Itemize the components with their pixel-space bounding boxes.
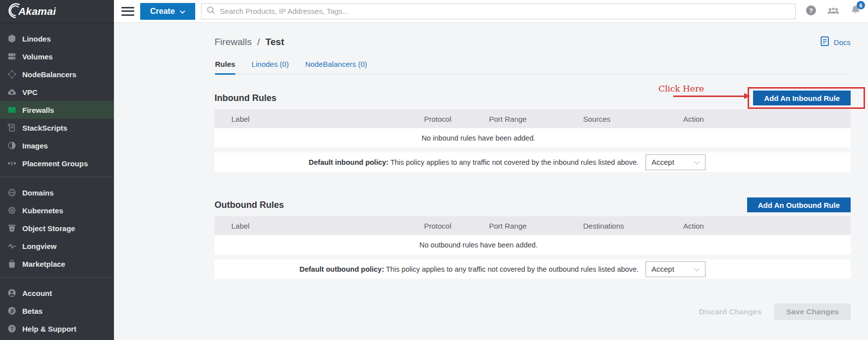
sidebar-item-nodebalancers[interactable]: NodeBalancers — [0, 65, 114, 83]
sidebar-divider — [0, 277, 114, 278]
outbound-table-header: Label Protocol Port Range Destinations A… — [215, 216, 851, 235]
object-storage-icon — [7, 223, 17, 233]
search-box — [201, 3, 796, 19]
help-circle-icon: ? — [7, 324, 17, 334]
tab-nodebalancers[interactable]: NodeBalancers (0) — [305, 57, 367, 75]
images-icon — [7, 141, 17, 150]
column-protocol: Protocol — [424, 115, 489, 123]
column-destinations: Destinations — [583, 222, 683, 230]
volumes-icon — [7, 51, 17, 61]
column-action: Action — [683, 222, 851, 230]
svg-text:?: ? — [809, 7, 813, 14]
logo-text: Akamai — [18, 5, 56, 17]
placement-groups-icon — [7, 158, 17, 168]
sidebar-item-kubernetes[interactable]: Kubernetes — [0, 201, 114, 219]
click-here-annotation: Click Here — [655, 84, 751, 97]
kubernetes-icon — [7, 205, 17, 215]
community-icon — [827, 5, 840, 17]
longview-icon — [7, 241, 17, 251]
sidebar-nav: Linodes Volumes NodeBalancers VPC Firewa… — [0, 23, 114, 338]
main-area: Create ? 6 — [114, 0, 868, 340]
account-icon — [7, 288, 17, 298]
inbound-policy-select[interactable]: Accept — [646, 154, 705, 170]
sidebar-item-account[interactable]: Account — [0, 284, 114, 302]
footer-actions: Discard Changes Save Changes — [215, 303, 851, 340]
sidebar-item-volumes[interactable]: Volumes — [0, 48, 114, 65]
notification-badge: 6 — [857, 1, 865, 9]
create-button-label: Create — [150, 7, 175, 16]
menu-toggle-button[interactable] — [121, 7, 134, 16]
add-outbound-rule-button[interactable]: Add An Outbound Rule — [747, 197, 851, 212]
column-sources: Sources — [583, 115, 683, 123]
column-port-range: Port Range — [489, 222, 583, 230]
tab-bar: Rules Linodes (0) NodeBalancers (0) — [215, 57, 851, 75]
tab-rules[interactable]: Rules — [215, 57, 235, 75]
stackscripts-icon — [7, 123, 17, 133]
breadcrumb: Firewalls / Test — [215, 37, 284, 48]
column-label: Label — [215, 115, 424, 123]
sidebar-item-stackscripts[interactable]: StackScripts — [0, 119, 114, 137]
akamai-logo[interactable]: Akamai — [0, 0, 114, 23]
docs-link[interactable]: Docs — [820, 36, 851, 48]
notifications-button[interactable]: 6 — [850, 4, 861, 18]
outbound-empty-row: No outbound rules have been added. — [215, 235, 851, 254]
sidebar-item-help-support[interactable]: ? Help & Support — [0, 320, 114, 338]
annotation-highlight-box: Add An Inbound Rule — [748, 87, 865, 109]
sidebar-item-domains[interactable]: Domains — [0, 184, 114, 201]
firewall-icon — [7, 105, 17, 115]
vpc-icon — [7, 87, 17, 97]
sidebar-item-longview[interactable]: Longview — [0, 237, 114, 255]
sidebar-item-firewalls[interactable]: Firewalls — [0, 101, 114, 119]
breadcrumb-firewalls-link[interactable]: Firewalls — [215, 37, 252, 47]
help-button[interactable]: ? — [806, 5, 816, 17]
inbound-policy-value: Accept — [651, 158, 674, 166]
inbound-rules-heading: Inbound Rules — [215, 93, 276, 103]
inbound-table-header: Label Protocol Port Range Sources Action — [215, 109, 851, 128]
breadcrumb-separator: / — [257, 37, 260, 47]
column-port-range: Port Range — [489, 115, 583, 123]
sidebar-item-images[interactable]: Images — [0, 137, 114, 154]
outbound-rules-table: Label Protocol Port Range Destinations A… — [215, 216, 851, 279]
outbound-policy-select[interactable]: Accept — [646, 261, 705, 277]
app-root: Akamai Linodes Volumes NodeBalancers — [0, 0, 868, 340]
create-button[interactable]: Create — [140, 3, 195, 20]
tab-linodes[interactable]: Linodes (0) — [252, 57, 289, 75]
inbound-rules-table: Label Protocol Port Range Sources Action… — [215, 109, 851, 172]
chevron-down-icon — [694, 265, 700, 273]
community-button[interactable] — [827, 5, 840, 17]
docs-label: Docs — [834, 38, 851, 47]
help-icon: ? — [806, 5, 816, 17]
inbound-rules-section: Inbound Rules Click Here Add An Inbound … — [215, 87, 851, 172]
outbound-policy-value: Accept — [651, 265, 674, 273]
sidebar-item-vpc[interactable]: VPC — [0, 83, 114, 101]
topbar-icons: ? 6 — [802, 4, 861, 18]
column-action: Action — [683, 115, 851, 123]
discard-changes-button[interactable]: Discard Changes — [697, 307, 763, 316]
sidebar-divider — [0, 177, 114, 177]
sidebar-item-placement-groups[interactable]: Placement Groups — [0, 154, 114, 172]
save-changes-button[interactable]: Save Changes — [774, 303, 851, 320]
annotation-arrow-icon — [673, 96, 745, 97]
add-inbound-rule-button[interactable]: Add An Inbound Rule — [753, 91, 851, 105]
outbound-rules-heading: Outbound Rules — [215, 200, 284, 210]
click-here-label: Click Here — [655, 84, 707, 94]
docs-icon — [820, 36, 830, 48]
column-protocol: Protocol — [424, 222, 489, 230]
sidebar-item-object-storage[interactable]: Object Storage — [0, 219, 114, 237]
page-title: Test — [266, 37, 284, 47]
marketplace-icon — [7, 259, 17, 269]
sidebar-item-linodes[interactable]: Linodes — [0, 30, 114, 48]
sidebar-item-betas[interactable]: β Betas — [0, 302, 114, 320]
inbound-policy-text: Default inbound policy: This policy appl… — [309, 158, 639, 166]
chevron-down-icon — [694, 158, 700, 166]
svg-text:?: ? — [10, 326, 14, 332]
inbound-policy-row: Default inbound policy: This policy appl… — [215, 152, 851, 172]
chevron-down-icon — [180, 7, 185, 16]
search-input[interactable] — [220, 7, 790, 15]
sidebar-item-marketplace[interactable]: Marketplace — [0, 255, 114, 273]
domains-icon — [7, 188, 17, 197]
column-label: Label — [215, 222, 424, 230]
outbound-policy-row: Default outbound policy: This policy app… — [215, 259, 851, 279]
inbound-empty-row: No inbound rules have been added. — [215, 128, 851, 147]
outbound-policy-text: Default outbound policy: This policy app… — [300, 265, 639, 273]
